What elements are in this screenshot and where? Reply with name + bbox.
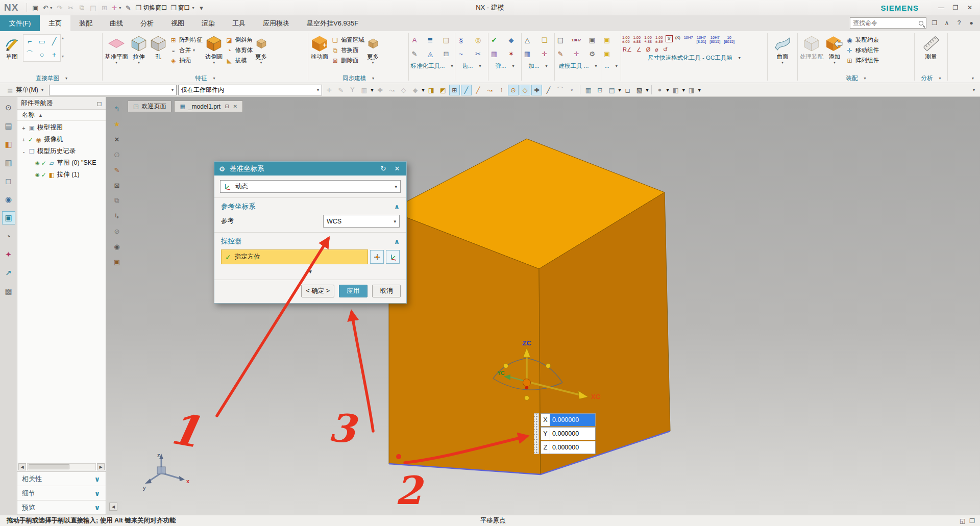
switch-window-icon[interactable]: ❐切换窗口 bbox=[134, 2, 168, 13]
help-icon[interactable]: ? bbox=[954, 18, 964, 28]
qat-overflow-icon[interactable]: ▾ bbox=[197, 2, 207, 13]
cluster-icon[interactable]: ▦ bbox=[488, 48, 500, 59]
group-label[interactable]: 齿...▾ bbox=[455, 61, 488, 70]
dim-fit-icon[interactable]: 10H7 [8015] bbox=[708, 35, 721, 44]
csys-type-dropdown[interactable]: 动态 ▾ bbox=[220, 180, 401, 193]
edit-icon[interactable]: ✎ bbox=[111, 164, 122, 176]
section-预览[interactable]: 预览∨ bbox=[17, 500, 106, 515]
tree-expander[interactable]: + bbox=[21, 137, 27, 143]
touch-mode-icon[interactable]: ↗ bbox=[2, 266, 15, 280]
hd3d-tools-icon[interactable]: ◉ bbox=[2, 193, 15, 206]
cluster-icon[interactable]: ✎ bbox=[409, 48, 420, 59]
dim-tolerance-icon[interactable]: 1.00 ±.05 bbox=[621, 35, 631, 44]
ribbon-item-装配约束[interactable]: ◉装配约束 bbox=[846, 36, 879, 44]
spotlight-icon[interactable]: ⊙ bbox=[2, 101, 15, 114]
ribbon-item-倒斜角[interactable]: ◪倒斜角 bbox=[226, 36, 253, 44]
sketch-tool-icon-4[interactable]: ○ bbox=[36, 48, 48, 61]
dialog-title-bar[interactable]: ⚙ 基准坐标系 ↻ ✕ bbox=[214, 162, 406, 176]
cluster-icon[interactable]: ◬ bbox=[425, 48, 436, 59]
tree-row[interactable]: +✓◉摄像机 bbox=[17, 134, 106, 145]
group-label[interactable]: 标准化工具...▾ bbox=[409, 61, 455, 70]
coordinate-input-Z[interactable] bbox=[550, 441, 596, 454]
history-icon[interactable]: ◔ bbox=[2, 230, 15, 243]
ok-button[interactable]: < 确定 > bbox=[301, 285, 334, 297]
clip-icon[interactable]: ◱ bbox=[960, 517, 965, 524]
reuse-library-icon[interactable]: ◻ bbox=[2, 174, 15, 188]
surface-button[interactable]: 曲面▾ bbox=[774, 33, 791, 65]
dim-leader-icon[interactable]: R∠ bbox=[621, 46, 633, 53]
specify-orientation-field[interactable]: ✓ 指定方位 bbox=[221, 249, 368, 264]
navigator-h-scrollbar[interactable]: ◀ ▶ bbox=[18, 463, 105, 471]
drag-handle[interactable] bbox=[534, 413, 539, 454]
ribbon-item-替换面[interactable]: ⧉替换面 bbox=[331, 46, 364, 55]
cluster-icon[interactable]: ❏ bbox=[539, 34, 550, 45]
visibility-dot-icon[interactable]: ◉ bbox=[35, 160, 40, 166]
minimize-ribbon-icon[interactable]: ∧ bbox=[942, 18, 951, 28]
dim-leader-icon[interactable]: ⌀ bbox=[653, 46, 660, 53]
close-button[interactable]: ✕ bbox=[963, 2, 977, 13]
panel-pin-icon[interactable]: ◻ bbox=[97, 99, 102, 107]
dim-leader-icon[interactable]: ↺ bbox=[662, 46, 669, 53]
box-icon[interactable]: ▣ bbox=[111, 256, 122, 267]
csys-dialog-button[interactable] bbox=[386, 250, 400, 264]
ribbon-item-移动组件[interactable]: ✛移动组件 bbox=[846, 46, 879, 55]
window-icon[interactable]: ❐窗口▾ bbox=[169, 2, 195, 13]
dim-leader-icon[interactable]: ∠ bbox=[635, 46, 643, 53]
redirect-icon[interactable]: ↳ bbox=[111, 210, 122, 221]
tab-星空外挂V6.935F[interactable]: 星空外挂V6.935F bbox=[298, 15, 367, 31]
sketch-scroll-arrows[interactable]: ▴ ▾ bbox=[61, 33, 65, 62]
dim-tolerance-icon[interactable]: 1.00 +.88 bbox=[643, 35, 653, 44]
tree-row[interactable]: -❒模型历史记录 bbox=[17, 145, 106, 157]
sketch-tool-icon-2[interactable]: ╱ bbox=[48, 35, 60, 48]
sketch-tool-icon-1[interactable]: ▭ bbox=[36, 35, 48, 48]
sync-more-button[interactable]: 更多▾ bbox=[367, 33, 379, 65]
close-icon[interactable]: ✕ bbox=[111, 134, 122, 145]
cluster-icon[interactable]: ◆ bbox=[506, 34, 517, 45]
file-menu-button[interactable]: 文件(F) bbox=[0, 15, 40, 31]
cluster-icon[interactable]: ✎ bbox=[555, 48, 566, 59]
system-visualization-icon[interactable]: ▩ bbox=[2, 285, 15, 298]
wcs-orient-icon[interactable]: ✛▾ bbox=[110, 2, 122, 13]
cluster-icon[interactable]: A bbox=[409, 34, 420, 45]
presence-icon[interactable]: ● bbox=[967, 18, 976, 28]
sketch-tool-icon-5[interactable]: + bbox=[48, 48, 60, 61]
copy-sheet-icon[interactable]: ⧉ bbox=[111, 195, 122, 206]
add-component-button[interactable]: 添加▾ bbox=[826, 33, 843, 65]
tab-装配[interactable]: 装配 bbox=[70, 15, 101, 31]
scroll-down-icon[interactable]: ▾ bbox=[62, 54, 64, 59]
empty-set-icon[interactable]: ∅ bbox=[111, 149, 122, 160]
sketch-tool-icon-0[interactable]: ⌐ bbox=[23, 35, 36, 48]
group-label[interactable]: 建模工具 ...▾ bbox=[555, 61, 601, 70]
ribbon-item-拔模[interactable]: ◣拔模 bbox=[226, 56, 253, 65]
tab-视图[interactable]: 视图 bbox=[162, 15, 193, 31]
dim-tolerance-icon[interactable]: 1.00 ±.89 bbox=[654, 35, 664, 44]
ribbon-item-修剪体[interactable]: ◔修剪体 bbox=[226, 46, 253, 55]
tab-渲染[interactable]: 渲染 bbox=[193, 15, 224, 31]
group-label[interactable]: 弹...▾ bbox=[488, 61, 521, 70]
scroll-up-icon[interactable]: ▴ bbox=[62, 36, 64, 40]
check-icon[interactable]: ✓ bbox=[28, 136, 33, 143]
cluster-icon[interactable]: ✔ bbox=[488, 34, 500, 45]
visualization-icon[interactable]: ▣ bbox=[2, 211, 15, 224]
brush-icon[interactable]: ✎ bbox=[123, 2, 133, 13]
favorites-icon[interactable]: ★ bbox=[111, 118, 122, 130]
cluster-icon[interactable]: ~ bbox=[455, 48, 467, 59]
minimize-button[interactable]: — bbox=[934, 2, 948, 13]
group-label[interactable]: ...▾ bbox=[601, 61, 621, 70]
dim-boxed-x-icon[interactable]: X bbox=[666, 35, 673, 42]
graphics-viewport[interactable]: ZC XC YC z x y bbox=[106, 97, 980, 515]
cluster-icon[interactable]: ▤ bbox=[555, 34, 566, 45]
roles-icon[interactable]: ✦ bbox=[2, 248, 15, 261]
measure-button[interactable]: 测量 bbox=[922, 33, 940, 61]
ribbon-item-偏置区域[interactable]: ❏偏置区域 bbox=[331, 36, 364, 44]
check-icon[interactable]: ✓ bbox=[41, 171, 46, 179]
tab-分析[interactable]: 分析 bbox=[132, 15, 162, 31]
coordinate-input-X[interactable] bbox=[550, 413, 596, 427]
cluster-icon[interactable]: § bbox=[455, 34, 467, 45]
constraint-navigator-icon[interactable]: ◧ bbox=[2, 138, 15, 151]
apply-button[interactable]: 应用 bbox=[339, 285, 368, 297]
feature-button-拉伸[interactable]: 拉伸▾ bbox=[130, 33, 148, 65]
ribbon-item-合并[interactable]: ◒合并▾ bbox=[169, 46, 203, 55]
cluster-icon[interactable]: ▣ bbox=[586, 34, 598, 45]
reference-csys-section-header[interactable]: 参考坐标系 ∧ bbox=[221, 202, 400, 211]
